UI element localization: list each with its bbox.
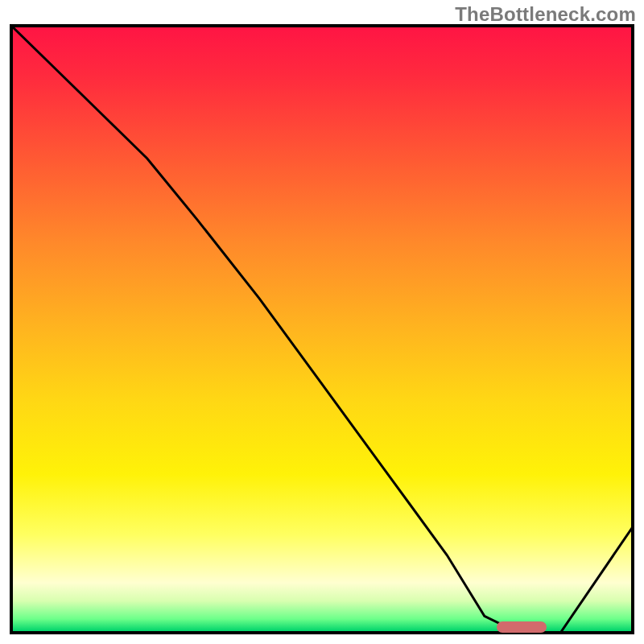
- plot-area: [10, 24, 634, 634]
- watermark-text: TheBottleneck.com: [455, 3, 636, 26]
- bottleneck-curve: [10, 24, 634, 634]
- chart-container: TheBottleneck.com: [0, 0, 644, 644]
- curve-path: [10, 24, 634, 634]
- optimal-range-marker: [497, 621, 547, 633]
